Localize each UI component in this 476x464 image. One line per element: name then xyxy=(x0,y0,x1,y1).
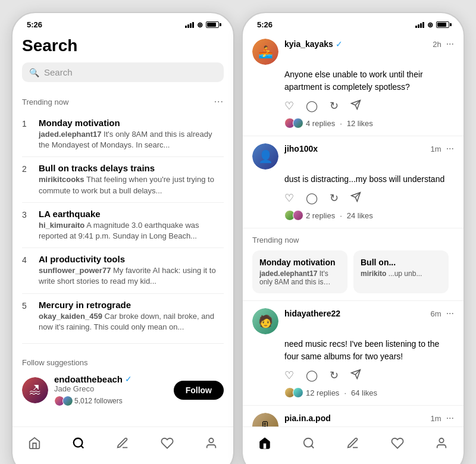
search-scroll[interactable]: Search 🔍 Search Trending now ··· 1 Monda… xyxy=(12,32,233,427)
post-replies-3: 12 replies xyxy=(306,388,339,397)
post-header-3: 🧑 hidayathere22 6m ··· xyxy=(252,308,454,334)
post-avatar-1[interactable]: 🚣 xyxy=(252,39,278,65)
trending-card-user-1: jaded.elephant17 It's only 8AM and this … xyxy=(259,269,340,286)
right-phone: 5:26 ⊛ 🚣 xyxy=(242,12,465,464)
trending-card-2[interactable]: Bull on... mirikito ...up unb... xyxy=(353,250,449,293)
post-name-row-2: jiho100x xyxy=(284,144,431,153)
status-bar-left: 5:26 ⊛ xyxy=(12,13,233,32)
follow-info: endoatthebeach ✓ Jade Greco xyxy=(54,374,168,406)
trend-item-4[interactable]: 4 AI productivity tools sunflower_power7… xyxy=(12,248,233,293)
post-time-3: 6m xyxy=(431,309,441,318)
post-dots-4[interactable]: ··· xyxy=(446,413,454,424)
trend-item-2[interactable]: 2 Bull on tracks delays trains mirikitco… xyxy=(12,157,233,202)
trend-item-3[interactable]: 3 LA earthquake hi_kimuraito A magnitude… xyxy=(12,203,233,247)
svg-line-10 xyxy=(312,446,314,448)
repost-icon-2[interactable]: ↻ xyxy=(330,192,339,205)
follow-card: 🏖 endoatthebeach ✓ Jade Greco xyxy=(22,374,224,406)
post-3: 🧑 hidayathere22 6m ··· need music re xyxy=(243,301,464,406)
stat-avatar-1b xyxy=(293,118,303,128)
person-icon-left xyxy=(205,437,218,453)
trend-title-1: Monday motivation xyxy=(39,118,224,128)
trend-desc-4: sunflower_power77 My favorite AI hack: u… xyxy=(39,265,224,287)
trend-item-5[interactable]: 5 Mercury in retrograde okay_kaiden_459 … xyxy=(12,294,233,338)
trend-item-1[interactable]: 1 Monday motivation jaded.elephant17 It'… xyxy=(12,112,233,156)
feed-trending-section: Trending now Monday motivation jaded.ele… xyxy=(243,228,464,301)
feed-scroll[interactable]: 🚣 kyia_kayaks ✓ 2h ··· xyxy=(243,32,464,427)
stat-avatars-2 xyxy=(284,210,301,221)
trend-desc-5: okay_kaiden_459 Car broke down, nail bro… xyxy=(39,311,224,333)
stat-avatars-1 xyxy=(284,118,301,128)
trend-desc-1: jaded.elephant17 It's only 8AM and this … xyxy=(39,129,224,151)
status-icons-left: ⊛ xyxy=(185,21,219,29)
repost-icon-3[interactable]: ↻ xyxy=(330,369,339,383)
post-avatar-3[interactable]: 🧑 xyxy=(252,308,278,334)
nav-home-left[interactable] xyxy=(18,433,51,457)
trending-card-1[interactable]: Monday motivation jaded.elephant17 It's … xyxy=(252,250,347,293)
trend-content-4: AI productivity tools sunflower_power77 … xyxy=(39,254,224,287)
signal-icon xyxy=(185,22,194,28)
post-meta-2: jiho100x 1m ··· xyxy=(284,143,454,154)
compose-icon-right xyxy=(346,437,359,453)
divider-5 xyxy=(22,343,224,344)
trend-content-2: Bull on tracks delays trains mirikitcook… xyxy=(39,163,224,196)
post-dots-2[interactable]: ··· xyxy=(446,143,454,154)
post-dots-1[interactable]: ··· xyxy=(446,39,454,49)
nav-search-right[interactable] xyxy=(293,433,325,457)
trending-more-dots[interactable]: ··· xyxy=(214,96,224,107)
nav-compose-left[interactable] xyxy=(107,433,139,457)
stat-dot-2: · xyxy=(340,211,342,220)
nav-profile-right[interactable] xyxy=(425,433,458,457)
like-icon-2[interactable]: ♡ xyxy=(284,192,294,205)
trend-num-3: 3 xyxy=(22,209,30,220)
follow-button[interactable]: Follow xyxy=(174,381,224,400)
nav-heart-right[interactable] xyxy=(381,433,414,457)
status-bar-right: 5:26 ⊛ xyxy=(243,13,464,32)
post-username-3: hidayathere22 xyxy=(284,309,340,318)
share-icon-1[interactable] xyxy=(350,99,361,113)
search-input[interactable]: Search xyxy=(44,67,73,77)
nav-profile-left[interactable] xyxy=(195,433,227,457)
nav-search-left[interactable] xyxy=(62,433,95,457)
compose-icon-left xyxy=(116,437,129,453)
repost-icon-1[interactable]: ↻ xyxy=(330,99,339,113)
comment-icon-2[interactable]: ◯ xyxy=(306,192,318,205)
post-name-row-4: pia.in.a.pod xyxy=(284,413,431,423)
follower-avatar-2 xyxy=(62,396,73,406)
post-actions-1: ♡ ◯ ↻ xyxy=(284,99,454,113)
post-dots-3[interactable]: ··· xyxy=(446,308,454,319)
stat-dot-3: · xyxy=(344,388,346,397)
post-meta-row-3: hidayathere22 6m ··· xyxy=(284,308,454,319)
home-icon-left xyxy=(28,437,41,453)
post-meta-3: hidayathere22 6m ··· xyxy=(284,308,454,319)
comment-icon-1[interactable]: ◯ xyxy=(306,99,318,113)
nav-heart-left[interactable] xyxy=(151,433,183,457)
post-meta-1: kyia_kayaks ✓ 2h ··· xyxy=(284,39,454,49)
suggestion-avatar: 🏖 xyxy=(22,377,48,403)
post-4: 🎙 pia.in.a.pod 1m ··· Restaurants I xyxy=(243,406,464,427)
like-icon-1[interactable]: ♡ xyxy=(284,99,294,113)
post-time-4: 1m xyxy=(431,414,441,423)
share-icon-3[interactable] xyxy=(350,369,361,383)
signal-icon-right xyxy=(415,22,424,28)
nav-compose-right[interactable] xyxy=(337,433,369,457)
post-time-2: 1m xyxy=(431,145,441,153)
post-username-1: kyia_kayaks xyxy=(284,39,333,49)
post-name-row-3: hidayathere22 xyxy=(284,309,431,318)
like-icon-3[interactable]: ♡ xyxy=(284,369,294,383)
heart-icon-right xyxy=(391,437,404,453)
post-avatar-2[interactable]: 👤 xyxy=(252,143,278,170)
trend-content-5: Mercury in retrograde okay_kaiden_459 Ca… xyxy=(39,300,224,333)
comment-icon-3[interactable]: ◯ xyxy=(306,369,318,383)
bottom-nav-left xyxy=(12,427,233,464)
post-body-1: Anyone else unable to work until their a… xyxy=(284,68,454,93)
trend-num-4: 4 xyxy=(22,254,30,265)
post-stats-1: 4 replies · 12 likes xyxy=(284,118,454,128)
search-bar[interactable]: 🔍 Search xyxy=(22,62,224,82)
post-avatar-4[interactable]: 🎙 xyxy=(252,413,278,427)
nav-home-right[interactable] xyxy=(249,433,281,457)
post-header-1: 🚣 kyia_kayaks ✓ 2h ··· xyxy=(252,39,454,65)
share-icon-2[interactable] xyxy=(350,192,361,205)
post-actions-3: ♡ ◯ ↻ xyxy=(284,369,454,383)
search-header: Search 🔍 Search xyxy=(12,32,233,94)
search-icon: 🔍 xyxy=(29,68,39,77)
